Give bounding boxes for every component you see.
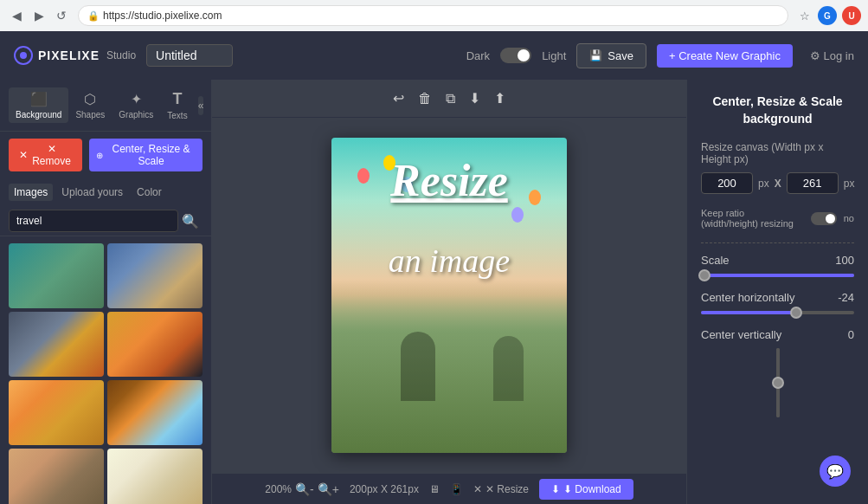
toggle-knob [518, 49, 530, 61]
center-h-slider[interactable] [701, 311, 854, 314]
width-input[interactable] [701, 172, 753, 194]
resize-label: ✕ Resize [485, 483, 529, 495]
sidebar-item-shapes[interactable]: ⬡ Shapes [68, 87, 112, 123]
chat-bubble-button[interactable]: 💬 [820, 456, 851, 487]
size-display: 200px X 261px [350, 483, 419, 495]
list-item[interactable] [9, 380, 104, 445]
download-button[interactable]: ⬇ ⬇ Download [539, 479, 633, 500]
delete-button[interactable]: 🗑 [415, 87, 435, 110]
list-item[interactable] [107, 243, 203, 308]
logo-icon [14, 46, 33, 65]
canvas-toolbar: ↩ 🗑 ⧉ ⬇ ⬆ [212, 80, 686, 118]
collapse-button[interactable]: « [198, 96, 204, 115]
center-v-header: Center vertically 0 [701, 328, 854, 341]
panel-title: Center, Resize & Scale background [701, 94, 854, 127]
zoom-controls: 200% 🔍- 🔍+ [265, 482, 339, 496]
move-up-button[interactable]: ⬆ [491, 87, 509, 110]
zoom-level: 200% [265, 483, 292, 495]
right-panel: Center, Resize & Scale background Resize… [686, 80, 868, 504]
size-inputs: px X px [701, 172, 854, 194]
search-button[interactable]: 🔍 [178, 213, 203, 229]
list-item[interactable] [9, 243, 104, 308]
copy-button[interactable]: ⧉ [442, 87, 459, 110]
list-item[interactable] [9, 449, 104, 504]
undo-button[interactable]: ↩ [389, 87, 408, 110]
canvas-text-image: an image [389, 242, 510, 280]
search-input[interactable] [9, 210, 178, 232]
height-input[interactable] [787, 172, 839, 194]
graphics-icon: ✦ [131, 91, 142, 107]
remove-icon: ✕ [19, 149, 28, 161]
scale-thumb[interactable] [698, 269, 710, 281]
list-item[interactable] [107, 380, 203, 445]
center-v-thumb[interactable] [772, 377, 784, 389]
toggle-small-knob [826, 214, 835, 223]
refresh-button[interactable]: ↺ [52, 6, 71, 25]
sidebar-tabs: Images Upload yours Color [0, 178, 211, 206]
back-button[interactable]: ◀ [7, 6, 26, 25]
center-v-label: Center vertically [701, 328, 781, 341]
save-button[interactable]: 💾 Save [576, 43, 646, 68]
list-item[interactable] [107, 312, 203, 377]
search-area: 🔍 [0, 206, 211, 236]
center-v-value: 0 [848, 328, 854, 341]
list-item[interactable] [107, 449, 203, 504]
center-v-slider[interactable] [776, 348, 780, 417]
title-input[interactable] [146, 44, 233, 67]
create-button[interactable]: + Create New Graphic [657, 44, 793, 68]
canvas-image: Resize an image [331, 138, 567, 453]
move-down-button[interactable]: ⬇ [466, 87, 484, 110]
px-label-1: px [758, 178, 769, 190]
scale-value: 100 [835, 254, 854, 267]
balloon-5 [511, 207, 524, 223]
brand-name: PIXELIXE [38, 48, 100, 62]
remove-button[interactable]: ✕ ✕ Remove [9, 139, 82, 171]
sidebar-item-graphics[interactable]: ✦ Graphics [112, 87, 160, 123]
monitor-icon-button[interactable]: 🖥 [429, 483, 440, 495]
tab-upload[interactable]: Upload yours [56, 184, 128, 201]
center-h-label: Center horizontally [701, 291, 794, 304]
center-h-header: Center horizontally -24 [701, 291, 854, 304]
main-content: ⬛ Background ⬡ Shapes ✦ Graphics T Texts… [0, 80, 868, 504]
scale-header: Scale 100 [701, 254, 854, 267]
forward-button[interactable]: ▶ [29, 6, 48, 25]
canvas-text-resize: Resize [390, 155, 508, 206]
resize-canvas-label: Resize canvas (Width px x Height px) [701, 141, 854, 165]
scale-section: Scale 100 [701, 254, 854, 277]
browser-actions: ☆ G U [795, 6, 861, 25]
resize-icon: ✕ [473, 483, 482, 495]
center-h-thumb[interactable] [790, 307, 802, 319]
background-label: Background [16, 110, 61, 120]
sidebar-item-texts[interactable]: T Texts [160, 87, 194, 124]
tab-images[interactable]: Images [9, 184, 53, 201]
graphics-label: Graphics [119, 110, 153, 120]
user-avatar[interactable]: U [842, 6, 861, 25]
resize-button[interactable]: ✕ ✕ Resize [473, 483, 529, 495]
center-resize-button[interactable]: ⊕ Center, Resize & Scale [89, 139, 203, 171]
create-label: + Create New Graphic [669, 49, 781, 62]
zoom-in-button[interactable]: 🔍+ [318, 482, 339, 496]
background-icon: ⬛ [30, 91, 48, 107]
scale-slider[interactable] [701, 274, 854, 277]
toggle-track[interactable] [500, 48, 531, 63]
zoom-out-button[interactable]: 🔍- [295, 482, 314, 496]
profile-avatar[interactable]: G [818, 6, 837, 25]
tab-color[interactable]: Color [132, 184, 167, 201]
center-h-section: Center horizontally -24 [701, 291, 854, 314]
tablet-icon-button[interactable]: 📱 [450, 483, 463, 495]
sidebar-item-background[interactable]: ⬛ Background [9, 87, 68, 123]
theme-toggle[interactable] [500, 48, 531, 63]
address-bar[interactable]: 🔒 https://studio.pixelixe.com [78, 5, 788, 26]
list-item[interactable] [9, 312, 104, 377]
keep-ratio-toggle[interactable] [811, 212, 837, 225]
center-h-value: -24 [838, 291, 854, 304]
star-button[interactable]: ☆ [795, 6, 814, 25]
canvas-area: ↩ 🗑 ⧉ ⬇ ⬆ Resize [212, 80, 686, 504]
browser-nav: ◀ ▶ ↺ [7, 6, 71, 25]
x-separator: X [775, 178, 781, 190]
center-h-fill [701, 311, 796, 314]
canvas-card[interactable]: Resize an image [331, 138, 567, 453]
scale-fill [701, 274, 854, 277]
login-button[interactable]: ⚙ Log in [810, 49, 854, 62]
texts-label: Texts [167, 111, 187, 120]
